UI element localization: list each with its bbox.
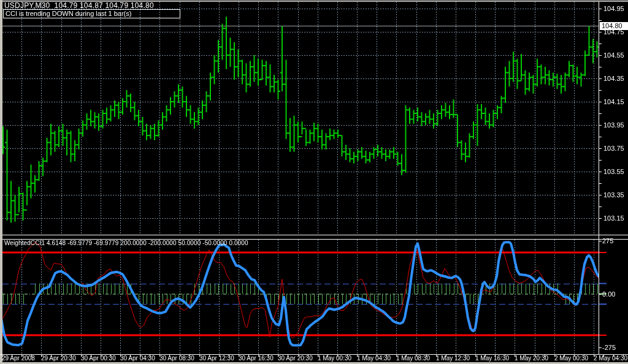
indicator-axis-label: -275 [602, 344, 616, 351]
chart-window: USDJPY,M30 104.79 104.87 104.79 104.80 C… [0, 0, 628, 364]
price-axis-label: 103.95 [603, 121, 624, 129]
time-axis-label: 1 May 08:30 [396, 355, 430, 362]
time-axis-label: 30 Apr 04:30 [120, 355, 155, 362]
price-axis-label: 104.35 [603, 75, 624, 82]
chart-title: USDJPY,M30 104.79 104.87 104.79 104.80 [4, 1, 154, 10]
indicator-axis-label: 0.00 [602, 290, 615, 298]
time-axis-label: 1 May 04:30 [357, 355, 391, 362]
time-axis-label: 1 May 20:30 [515, 355, 548, 362]
time-axis-label: 30 Apr 20:30 [278, 355, 313, 362]
time-axis-label: 2 May 04:30 [594, 355, 627, 362]
price-axis-label: 103.75 [603, 145, 624, 152]
time-axis-label: 30 Apr 16:30 [239, 355, 274, 362]
cci-alert-box: CCI is trending DOWN during last 1 bar(s… [3, 9, 180, 18]
time-axis-label: 30 Apr 00:30 [81, 355, 116, 362]
cci-alert-text: CCI is trending DOWN during last 1 bar(s… [6, 10, 131, 18]
indicator-axis[interactable]: 2750.00-275 [599, 235, 628, 354]
time-axis-label: 1 May 12:30 [436, 355, 470, 362]
price-axis-label: 103.35 [603, 191, 624, 199]
current-price-label: 104.80 [600, 22, 628, 30]
time-axis-label: 30 Apr 12:30 [199, 355, 234, 362]
time-axis-label: 30 Apr 08:30 [159, 355, 194, 362]
indicator-parameters-label: WeightedCCI1 4.6148 -69.9779 -69.9779 20… [4, 240, 248, 246]
price-axis[interactable]: 104.95104.75104.55104.35104.15103.95103.… [599, 0, 628, 235]
time-axis-label: 2 May 00:30 [554, 355, 588, 362]
main-chart-canvas[interactable] [0, 0, 628, 364]
price-axis-label: 104.15 [603, 98, 624, 105]
time-axis-label: 29 Apr 20:30 [41, 355, 76, 362]
time-axis-label: 1 May 00:30 [318, 355, 351, 362]
price-axis-label: 104.95 [603, 5, 624, 12]
price-axis-label: 104.55 [603, 51, 624, 59]
time-axis-label: 1 May 16:30 [475, 355, 509, 362]
indicator-axis-label: 275 [602, 237, 613, 245]
price-axis-label: 103.15 [603, 214, 624, 222]
time-axis-label: 29 Apr 2008 [2, 355, 35, 362]
time-axis[interactable]: 29 Apr 200829 Apr 20:3030 Apr 00:3030 Ap… [0, 354, 628, 364]
price-axis-label: 103.55 [603, 168, 624, 175]
